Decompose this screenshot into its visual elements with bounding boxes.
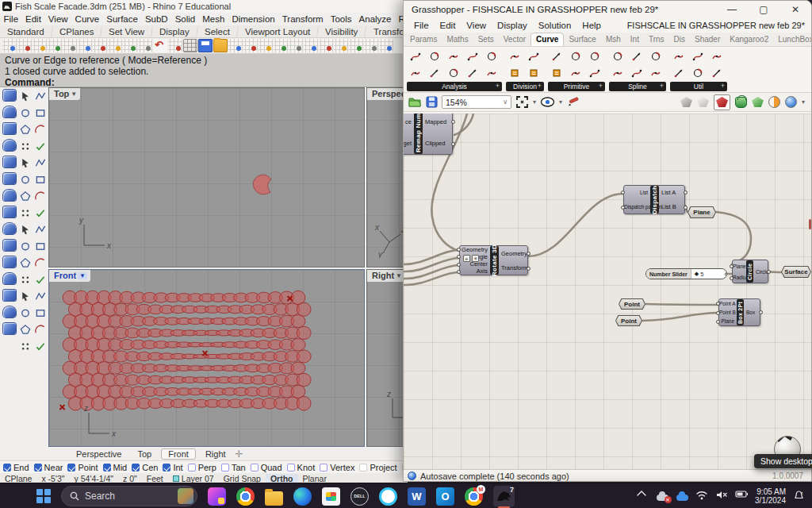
ribbon-component-icon[interactable] xyxy=(426,65,443,81)
add-viewport-tab-icon[interactable]: ✛ xyxy=(236,448,243,460)
dock-tool-icon[interactable] xyxy=(3,290,16,301)
orange-sphere-icon[interactable] xyxy=(768,96,780,108)
rhino-menu-transform[interactable]: Transform xyxy=(278,14,327,24)
rhino-menu-curve[interactable]: Curve xyxy=(71,14,103,24)
toolbar-tab-transform[interactable]: Transform xyxy=(366,26,407,37)
word-icon[interactable]: W xyxy=(408,487,426,506)
toolbar-icon[interactable] xyxy=(183,39,197,52)
expression-widget[interactable]: e xyxy=(463,255,470,262)
dock-tool-icon[interactable] xyxy=(3,173,16,184)
gh-tab-sets[interactable]: Sets xyxy=(473,33,499,46)
viewport-tab-perspective[interactable]: Perspective xyxy=(70,449,128,459)
dock-tool-icon[interactable] xyxy=(3,223,16,234)
ribbon-component-icon[interactable] xyxy=(464,65,481,81)
alexa-icon[interactable] xyxy=(379,487,397,506)
osnap-tan[interactable]: Tan xyxy=(221,463,246,472)
ribbon-component-icon[interactable] xyxy=(525,65,542,81)
osnap-int[interactable]: Int xyxy=(163,463,182,472)
paint-bucket-icon[interactable] xyxy=(735,97,747,108)
toolbar-icon[interactable] xyxy=(228,39,243,52)
dock-tool-icon[interactable] xyxy=(3,140,16,151)
gh-menu-edit[interactable]: Edit xyxy=(435,21,462,30)
ribbon-component-icon[interactable] xyxy=(708,65,726,81)
checkbox[interactable] xyxy=(163,464,170,471)
save-file-icon[interactable] xyxy=(426,96,438,108)
dock-tool-icon[interactable] xyxy=(3,190,16,201)
rhino-command-area[interactable]: Curve or Edge to reference ( Mode=Refere… xyxy=(0,54,407,87)
dock-tool-icon[interactable] xyxy=(3,90,16,101)
toolbar-icon[interactable] xyxy=(274,39,288,52)
ribbon-component-icon[interactable] xyxy=(609,65,626,81)
gh-tab-params[interactable]: Params xyxy=(405,33,442,46)
ribbon-component-icon[interactable] xyxy=(548,65,565,81)
gh-tab-lunchbox[interactable]: LunchBox xyxy=(773,33,811,46)
toolbar-icon[interactable] xyxy=(78,39,92,52)
ribbon-component-icon[interactable] xyxy=(506,48,523,64)
viewport-tab-right[interactable]: Right xyxy=(199,449,232,459)
dock-tool-icon[interactable] xyxy=(19,307,32,319)
param-point[interactable]: Point xyxy=(615,315,642,326)
dock-tool-icon[interactable] xyxy=(34,341,47,352)
dock-tool-icon[interactable] xyxy=(34,90,47,102)
gh-tab-vector[interactable]: Vector xyxy=(499,33,530,46)
dock-tool-icon[interactable] xyxy=(19,224,32,236)
edge-icon[interactable] xyxy=(293,487,312,506)
selected-display-mode[interactable] xyxy=(714,94,730,110)
toolbar-icon[interactable] xyxy=(243,39,258,52)
osnap-cen[interactable]: Cen xyxy=(132,463,158,472)
rhino-titlebar[interactable]: Fish Scale Facade.3dm (251 MB) - Rhino 7… xyxy=(0,0,407,13)
toolbar-tab-cplanes[interactable]: CPlanes xyxy=(52,26,102,37)
viewport-menu-caret-icon[interactable]: ▼ xyxy=(78,272,87,279)
dock-tool-icon[interactable] xyxy=(19,291,32,302)
viewport-menu-caret-icon[interactable]: ▼ xyxy=(71,90,77,98)
dock-tool-icon[interactable] xyxy=(34,307,47,319)
status-cplane[interactable]: CPlane xyxy=(0,474,36,483)
ribbon-group-label[interactable]: Division xyxy=(506,82,544,91)
ribbon-component-icon[interactable] xyxy=(609,48,626,64)
ribbon-component-icon[interactable] xyxy=(647,48,665,64)
ribbon-component-icon[interactable] xyxy=(407,65,424,81)
gh-menu-display[interactable]: Display xyxy=(492,21,533,30)
dock-tool-icon[interactable] xyxy=(34,157,47,169)
toolbar-icon[interactable] xyxy=(33,39,47,52)
dock-tool-icon[interactable] xyxy=(34,174,47,186)
ribbon-component-icon[interactable] xyxy=(586,65,603,81)
checkbox[interactable] xyxy=(132,464,140,471)
ribbon-component-icon[interactable] xyxy=(548,48,565,64)
ribbon-component-icon[interactable] xyxy=(708,48,726,64)
dock-tool-icon[interactable] xyxy=(19,174,32,186)
component-circle[interactable]: Plane Radius Circle Circle xyxy=(732,260,768,283)
osnap-point[interactable]: Point xyxy=(67,463,98,472)
dock-tool-icon[interactable] xyxy=(19,157,32,169)
rhino-menu-surface[interactable]: Surface xyxy=(103,14,142,24)
grasshopper-titlebar[interactable]: Grasshopper - FISHSCALE IN GRASSHOPPER n… xyxy=(404,1,811,18)
dock-tool-icon[interactable] xyxy=(34,107,47,119)
ribbon-component-icon[interactable] xyxy=(407,48,424,64)
toolbar-icon[interactable] xyxy=(168,39,182,52)
toolbar-icon[interactable] xyxy=(319,39,333,52)
checkbox[interactable] xyxy=(359,464,367,471)
osnap-perp[interactable]: Perp xyxy=(188,463,216,472)
chevron-down-icon[interactable]: ▾ xyxy=(533,98,536,106)
dock-tool-icon[interactable] xyxy=(3,273,16,284)
grasshopper-canvas[interactable]: ce get Remap Num Mapped Clipped Geometry… xyxy=(404,114,811,469)
ribbon-component-icon[interactable] xyxy=(445,48,462,64)
gh-menu-help[interactable]: Help xyxy=(576,21,607,30)
attractor-point-marker[interactable] xyxy=(201,349,209,356)
display-gem-icon[interactable] xyxy=(697,97,709,107)
open-file-icon[interactable] xyxy=(408,96,422,108)
ribbon-component-icon[interactable] xyxy=(670,65,688,81)
dock-tool-icon[interactable] xyxy=(19,140,32,152)
ribbon-component-icon[interactable] xyxy=(567,48,584,64)
ribbon-component-icon[interactable] xyxy=(445,65,462,81)
toolbar-icon[interactable] xyxy=(123,39,137,52)
toolbar-icon[interactable] xyxy=(63,39,77,52)
dock-tool-icon[interactable] xyxy=(34,257,47,269)
toolbar-tab-viewport-layout[interactable]: Viewport Layout xyxy=(237,26,319,37)
dock-tool-icon[interactable] xyxy=(3,306,16,318)
files-app-icon[interactable] xyxy=(208,487,226,506)
command-prompt[interactable]: Command: xyxy=(5,77,402,88)
tray-clock[interactable]: 9:05 AM 3/1/2024 xyxy=(755,487,786,506)
number-slider[interactable]: Number Slider 5 xyxy=(645,268,727,279)
outlook-icon[interactable]: O xyxy=(436,487,454,506)
